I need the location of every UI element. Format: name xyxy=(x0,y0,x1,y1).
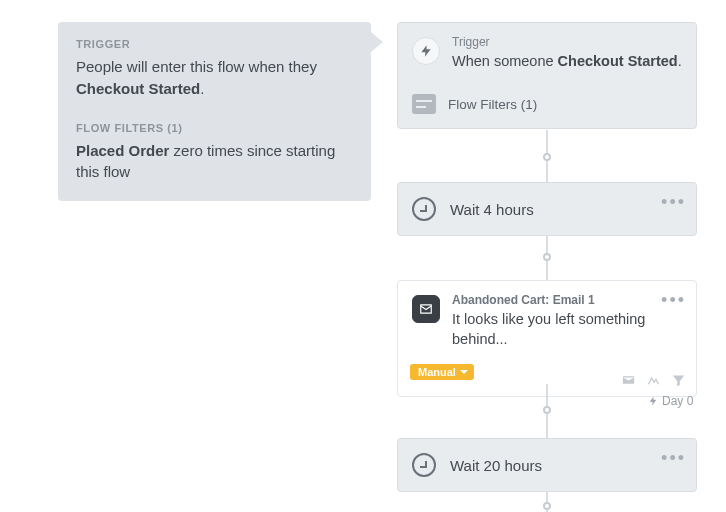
ab-test-icon[interactable] xyxy=(646,373,661,388)
card-menu-button[interactable]: ••• xyxy=(661,193,686,211)
wait-card-1[interactable]: Wait 4 hours ••• xyxy=(397,182,697,236)
chevron-down-icon xyxy=(460,370,468,374)
wait-card-2[interactable]: Wait 20 hours ••• xyxy=(397,438,697,492)
day-label: Day 0 xyxy=(648,394,693,408)
email-footer-icons xyxy=(621,373,686,388)
card-menu-button[interactable]: ••• xyxy=(661,449,686,467)
funnel-icon[interactable] xyxy=(671,373,686,388)
connector-dot xyxy=(543,502,551,510)
trigger-card[interactable]: Trigger When someone Checkout Started. F… xyxy=(397,22,697,129)
flow-filters-label: Flow Filters (1) xyxy=(448,97,537,112)
email-body: It looks like you left something behind.… xyxy=(452,309,682,350)
connector-dot xyxy=(543,153,551,161)
filters-icon xyxy=(412,94,436,114)
filters-section-label: FLOW FILTERS (1) xyxy=(76,122,353,134)
connector-dot xyxy=(543,253,551,261)
trigger-section-label: TRIGGER xyxy=(76,38,353,50)
trigger-card-text: When someone Checkout Started. xyxy=(452,51,682,71)
trigger-section-text: People will enter this flow when they Ch… xyxy=(76,56,353,100)
email-card[interactable]: Abandoned Cart: Email 1 It looks like yo… xyxy=(397,280,697,397)
clock-icon xyxy=(412,453,436,477)
wait-text: Wait 4 hours xyxy=(450,201,534,218)
bolt-icon xyxy=(412,37,440,65)
email-title: Abandoned Cart: Email 1 xyxy=(452,293,682,307)
mail-status-icon[interactable] xyxy=(621,373,636,388)
mail-icon xyxy=(412,295,440,323)
flow-filters-row[interactable]: Flow Filters (1) xyxy=(398,83,696,126)
wait-text: Wait 20 hours xyxy=(450,457,542,474)
card-menu-button[interactable]: ••• xyxy=(661,291,686,309)
filters-section-text: Placed Order zero times since starting t… xyxy=(76,140,353,184)
clock-icon xyxy=(412,197,436,221)
flow-info-card: TRIGGER People will enter this flow when… xyxy=(58,22,371,201)
connector-dot xyxy=(543,406,551,414)
bolt-icon xyxy=(648,396,658,406)
manual-badge[interactable]: Manual xyxy=(410,364,474,380)
trigger-card-label: Trigger xyxy=(452,35,682,49)
